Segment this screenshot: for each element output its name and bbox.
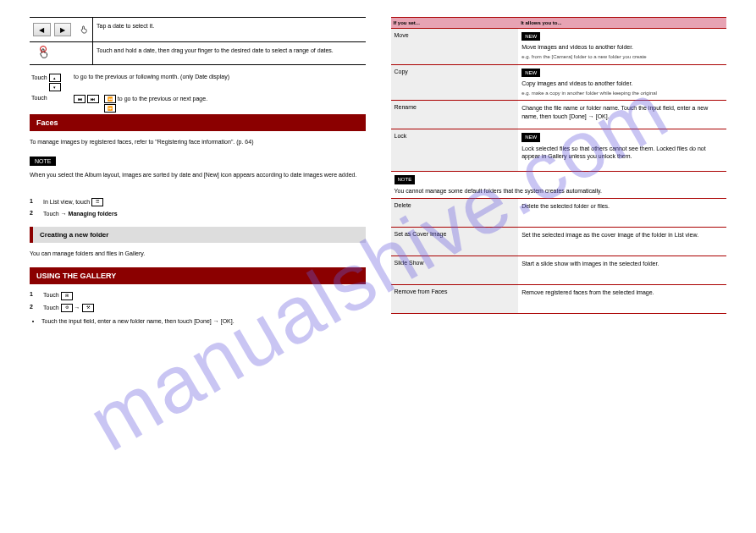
footer-row: Touch ⏮ ⏭ ⏪ ⏩ to go to the previous or n… bbox=[30, 93, 366, 114]
content-text: To manage images by registered faces, re… bbox=[30, 136, 366, 148]
table-cell: Delete the selected folder or files. bbox=[518, 199, 726, 227]
new-tag: NEW bbox=[521, 32, 540, 41]
table-cell: Remove registered faces from the selecte… bbox=[518, 285, 726, 313]
text: Move images and videos to another folder… bbox=[521, 43, 723, 52]
step-text: In List view, touch ☰ bbox=[43, 198, 366, 206]
footer-left: Touch bbox=[30, 93, 72, 114]
text: Touch bbox=[31, 74, 47, 80]
table-cell: NEW Copy images and videos to another fo… bbox=[518, 65, 726, 101]
note-tag: NOTE bbox=[30, 157, 56, 166]
step-number: 2 bbox=[30, 210, 38, 216]
touch-hold-hand-icon bbox=[38, 47, 50, 59]
table-cell: Set the selected image as the cover imag… bbox=[518, 228, 726, 256]
icon-stack: ⏪ ⏩ bbox=[104, 95, 116, 113]
table-cell: NEW Lock selected files so that others c… bbox=[518, 129, 726, 171]
table-row: Remove from Faces Remove registered face… bbox=[391, 285, 727, 314]
step-text: Touch ⊞ bbox=[43, 291, 366, 299]
header-cell: If you set... bbox=[391, 18, 519, 28]
right-column: If you set... It allows you to... Move N… bbox=[391, 17, 727, 331]
gear-icon: ⚙ bbox=[61, 304, 73, 312]
text: Touch bbox=[43, 292, 59, 298]
next-button[interactable]: ▶ bbox=[54, 23, 72, 36]
arrow: → bbox=[61, 211, 67, 217]
table-cell: Move bbox=[391, 29, 519, 64]
footer-left: Touch ▴ ▾ bbox=[30, 72, 72, 93]
table-cell: Set as Cover Image bbox=[391, 228, 519, 256]
next-page-icon: ⏭ bbox=[87, 95, 99, 103]
text: Change the file name or folder name. Tou… bbox=[521, 104, 723, 121]
step: 1 Touch ⊞ bbox=[30, 291, 366, 299]
nav-cell: ◀ ▶ bbox=[30, 18, 93, 41]
content-text: You can manage folders and files in Gall… bbox=[30, 248, 366, 260]
note-body: When you select the Album layout, images… bbox=[30, 169, 366, 181]
subsection-header: Creating a new folder bbox=[30, 227, 366, 243]
example-text: e.g. make a copy in another folder while… bbox=[521, 90, 723, 96]
tap-hand-icon bbox=[80, 24, 89, 36]
text: Touch bbox=[43, 211, 59, 217]
prev-button[interactable]: ◀ bbox=[33, 23, 51, 36]
text: In List view, touch bbox=[43, 199, 90, 205]
icon-stack: ▴ ▾ bbox=[49, 74, 61, 91]
table-cell: Change the file name or folder name. Tou… bbox=[518, 101, 726, 129]
footer-right: ⏮ ⏭ ⏪ ⏩ to go to the previous or next pa… bbox=[72, 93, 366, 114]
text: Copy images and videos to another folder… bbox=[521, 80, 723, 88]
step-number: 1 bbox=[30, 291, 38, 297]
text: to go to the previous or next page. bbox=[118, 96, 207, 102]
section-header-gallery: USING THE GALLERY bbox=[30, 267, 366, 284]
table-row: Lock NEW Lock selected files so that oth… bbox=[391, 129, 727, 172]
header-cell: It allows you to... bbox=[518, 18, 726, 28]
arrow: → bbox=[74, 305, 80, 310]
step-text: Touch ⚙ → ⚒ bbox=[43, 304, 366, 312]
skip-prev-icon: ⏪ bbox=[104, 95, 116, 103]
note-text: You cannot manage some default folders t… bbox=[395, 187, 724, 195]
list-item: Touch the input field, enter a new folde… bbox=[41, 317, 366, 327]
table-row: Slide Show Start a slide show with image… bbox=[391, 256, 727, 285]
table-row: Touch and hold a date, then drag your fi… bbox=[30, 41, 366, 65]
table-row: Copy NEW Copy images and videos to anoth… bbox=[391, 65, 727, 102]
table-row: ◀ ▶ Tap a date to select it. bbox=[30, 17, 366, 41]
table-header: If you set... It allows you to... bbox=[391, 17, 727, 29]
table-row: Rename Change the file name or folder na… bbox=[391, 101, 727, 129]
text: to go to the previous or following month… bbox=[74, 74, 364, 80]
table-cell: Delete bbox=[391, 199, 519, 227]
left-column: ◀ ▶ Tap a date to select it. Touch and h… bbox=[30, 17, 366, 331]
grid-icon: ⊞ bbox=[61, 292, 73, 300]
note-block: NOTE When you select the Album layout, i… bbox=[30, 157, 366, 181]
step: 1 In List view, touch ☰ bbox=[30, 198, 366, 206]
table-cell: Copy bbox=[391, 65, 519, 101]
table-cell: Remove from Faces bbox=[391, 285, 519, 313]
table-row: Delete Delete the selected folder or fil… bbox=[391, 199, 727, 228]
text: Touch bbox=[43, 305, 59, 310]
prev-page-icon: ⏮ bbox=[74, 95, 86, 103]
bullet-list: Touch the input field, enter a new folde… bbox=[41, 317, 366, 327]
tools-icon: ⚒ bbox=[82, 304, 94, 312]
step-number: 2 bbox=[30, 304, 38, 310]
step-text: Touch → Managing folders bbox=[43, 210, 366, 218]
touch-cell bbox=[30, 42, 93, 64]
list-icon: ☰ bbox=[91, 198, 103, 206]
table-cell: Rename bbox=[391, 101, 519, 129]
step: 2 Touch → Managing folders bbox=[30, 210, 366, 218]
table-cell: Tap a date to select it. bbox=[93, 18, 366, 41]
new-tag: NEW bbox=[521, 133, 540, 141]
table-cell: Lock bbox=[391, 129, 519, 171]
table-cell: Start a slide show with images in the se… bbox=[518, 256, 726, 284]
step: 2 Touch ⚙ → ⚒ bbox=[30, 304, 366, 312]
up-icon: ▴ bbox=[49, 74, 61, 82]
step-number: 1 bbox=[30, 198, 38, 204]
text: Touch bbox=[31, 95, 47, 101]
note-row: NOTE You cannot manage some default fold… bbox=[391, 172, 727, 199]
table-cell: Slide Show bbox=[391, 256, 519, 284]
table-cell: Touch and hold a date, then drag your fi… bbox=[93, 42, 366, 64]
footer-right: to go to the previous or following month… bbox=[72, 72, 366, 93]
table-cell: NEW Move images and videos to another fo… bbox=[518, 29, 726, 64]
text-bold: Managing folders bbox=[69, 211, 118, 217]
table-row: Set as Cover Image Set the selected imag… bbox=[391, 228, 727, 256]
table-row: Move NEW Move images and videos to anoth… bbox=[391, 29, 727, 65]
footer-row: Touch ▴ ▾ to go to the previous or follo… bbox=[30, 72, 366, 93]
new-tag: NEW bbox=[521, 69, 540, 77]
section-header-faces: Faces bbox=[30, 114, 366, 131]
note-tag: NOTE bbox=[395, 175, 416, 184]
down-icon: ▾ bbox=[49, 83, 61, 91]
text: Lock selected files so that others canno… bbox=[521, 145, 723, 162]
